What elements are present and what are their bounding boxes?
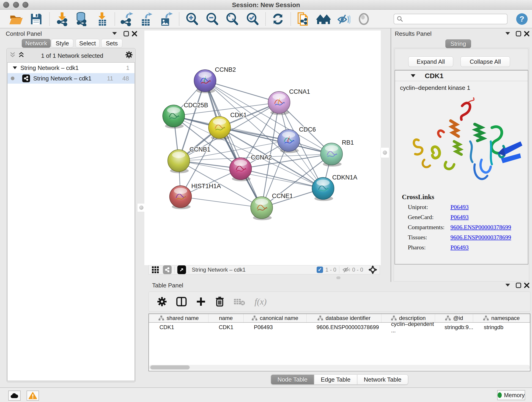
column-header--id[interactable]: @id — [435, 314, 473, 322]
crosslink-value-link[interactable]: P06493 — [450, 204, 469, 211]
horizontal-splitter-handle[interactable] — [336, 276, 341, 279]
help-button[interactable]: ? — [515, 12, 529, 26]
left-splitter-handle[interactable] — [138, 204, 145, 212]
network-collection-row[interactable]: String Network – cdk1 1 — [7, 63, 134, 73]
hide-eye-button[interactable] — [336, 12, 351, 26]
import-database-button[interactable] — [74, 12, 89, 26]
node-table: shared namenamecanonical namedatabase id… — [148, 313, 530, 371]
search-field[interactable] — [394, 14, 507, 24]
right-splitter-handle[interactable] — [381, 148, 389, 158]
table-cell[interactable]: CDK1 — [208, 323, 243, 332]
hidden-eye-icon[interactable] — [342, 267, 350, 273]
column-header-shared-name[interactable]: shared name — [149, 314, 209, 322]
share-document-button[interactable] — [296, 12, 310, 26]
network-edge[interactable] — [205, 81, 279, 102]
eye-button[interactable] — [356, 12, 371, 26]
table-cell[interactable]: stringdb — [473, 323, 530, 332]
network-node-CCNE1[interactable] — [251, 197, 273, 220]
tab-network-table[interactable]: Network Table — [357, 375, 408, 385]
zoom-out-button[interactable] — [205, 12, 220, 26]
table-horizontal-scrollbar[interactable] — [149, 365, 530, 370]
network-node-CDC25B[interactable] — [163, 105, 185, 128]
network-node-CDC6[interactable] — [278, 129, 300, 153]
collapse-all-button[interactable] — [10, 52, 16, 59]
network-node-CCNB1[interactable] — [168, 150, 190, 173]
warning-status-button[interactable] — [27, 390, 39, 401]
table-panel-float-button[interactable] — [515, 282, 521, 289]
network-row[interactable]: String Network – cdk1 11 48 — [7, 73, 134, 84]
tab-select[interactable]: Select — [76, 39, 99, 48]
network-graph[interactable]: CCNB2CCNA1CDC25BCDK1CDC6RB1CCNB1CCNA2CDK… — [144, 31, 381, 265]
network-edge[interactable] — [241, 169, 323, 188]
table-row[interactable]: CDK1CDK1P064939606.ENSP00000378699cyclin… — [149, 323, 530, 332]
table-cell[interactable]: CDK1 — [149, 323, 208, 332]
zoom-selected-button[interactable] — [245, 12, 260, 26]
export-network-button[interactable] — [119, 12, 133, 26]
birdseye-crosshair-icon[interactable] — [368, 265, 377, 274]
trash-icon[interactable] — [215, 296, 224, 307]
crosslink-value-link[interactable]: 9606.ENSP00000378699 — [450, 234, 511, 241]
table-cell[interactable]: 9606.ENSP00000378699 — [306, 323, 380, 332]
table-panel-close-button[interactable] — [524, 282, 530, 289]
tab-edge-table[interactable]: Edge Table — [314, 375, 357, 385]
table-cell[interactable]: cyclin–dependent ... — [380, 323, 434, 332]
network-canvas[interactable]: CCNB2CCNA1CDC25BCDK1CDC6RB1CCNB1CCNA2CDK… — [144, 31, 381, 265]
expand-all-tree-button[interactable] — [18, 52, 24, 59]
show-columns-icon[interactable] — [176, 297, 187, 307]
network-list-options-button[interactable] — [125, 51, 133, 60]
results-panel-close-button[interactable] — [524, 31, 530, 38]
table-options-gear-icon[interactable] — [157, 297, 167, 307]
network-node-RB1[interactable] — [321, 143, 342, 167]
cloud-status-button[interactable] — [8, 390, 21, 401]
column-header-namespace[interactable]: namespace — [473, 314, 530, 322]
selected-checkbox-icon[interactable]: ✓ — [317, 267, 323, 273]
search-input[interactable] — [403, 16, 502, 22]
table-cell[interactable]: stringdb:9... — [434, 323, 473, 332]
tab-network-table-label: Network Table — [364, 376, 401, 383]
homes-button[interactable] — [316, 12, 331, 26]
protein-card-header[interactable]: CDK1 — [395, 70, 528, 81]
export-table-button[interactable] — [139, 12, 153, 26]
control-panel-float-button[interactable] — [123, 31, 129, 38]
detach-view-button[interactable] — [177, 265, 186, 274]
zoom-in-button[interactable] — [185, 12, 199, 26]
table-cell[interactable]: P06493 — [243, 323, 306, 332]
control-panel-menu-button[interactable] — [112, 32, 117, 36]
tab-style[interactable]: Style — [51, 39, 73, 48]
crosslink-value-link[interactable]: 9606.ENSP00000378699 — [450, 224, 511, 231]
add-column-icon[interactable] — [196, 297, 206, 307]
tab-sets[interactable]: Sets — [101, 39, 122, 48]
crosslink-value-link[interactable]: P06493 — [450, 214, 469, 221]
memory-button[interactable]: Memory — [497, 390, 525, 400]
refresh-button[interactable] — [271, 12, 285, 26]
network-node-CCNA2[interactable] — [230, 158, 252, 181]
expand-all-button[interactable]: Expand All — [408, 56, 453, 67]
scrollbar-thumb[interactable] — [150, 365, 190, 370]
results-panel-menu-button[interactable] — [505, 32, 510, 36]
export-image-button[interactable] — [158, 12, 173, 26]
import-table-button[interactable] — [95, 12, 109, 26]
network-edge[interactable] — [181, 197, 262, 208]
tab-string[interactable]: String — [445, 39, 471, 48]
crosslink-value-link[interactable]: P06493 — [450, 244, 469, 251]
column-header-name[interactable]: name — [209, 314, 244, 322]
import-network-button[interactable] — [55, 12, 70, 26]
network-node-CDK1[interactable] — [209, 116, 230, 140]
zoom-fit-button[interactable] — [225, 12, 239, 26]
tab-node-table[interactable]: Node Table — [271, 375, 314, 385]
save-session-button[interactable] — [29, 12, 44, 26]
view-share-icon[interactable] — [163, 265, 172, 274]
control-panel-close-button[interactable] — [132, 31, 138, 38]
grid-mode-icon[interactable] — [152, 266, 159, 274]
open-session-button[interactable] — [9, 12, 23, 26]
tab-network[interactable]: Network — [22, 39, 51, 48]
network-node-CCNA1[interactable] — [268, 91, 290, 115]
network-node-CDKN1A[interactable] — [312, 177, 334, 201]
table-panel-menu-button[interactable] — [505, 283, 510, 288]
column-header-database-identifier[interactable]: database identifier — [307, 314, 382, 322]
column-header-canonical-name[interactable]: canonical name — [244, 314, 307, 322]
collapse-all-button-results[interactable]: Collapse All — [461, 56, 510, 67]
results-panel-float-button[interactable] — [515, 31, 521, 38]
network-node-HIST1H1A[interactable] — [170, 186, 191, 209]
column-header-label: shared name — [167, 315, 199, 321]
